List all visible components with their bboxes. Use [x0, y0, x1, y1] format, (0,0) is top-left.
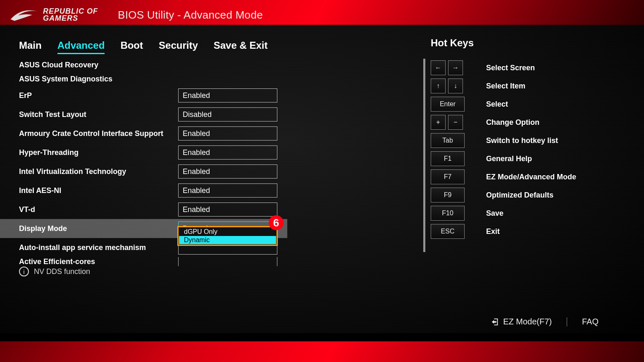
hotkey-row: EnterSelect	[431, 95, 617, 113]
hotkey-label: Exit	[486, 227, 500, 236]
setting-row[interactable]: Intel AES-NIEnabled	[19, 181, 426, 200]
setting-label: Active Efficient-cores	[19, 257, 178, 266]
info-icon: i	[19, 267, 29, 276]
setting-value[interactable]: Enabled	[178, 126, 277, 141]
key-cap: Enter	[431, 97, 465, 112]
hotkey-row: F10Save	[431, 204, 617, 222]
hotkey-row: TabSwitch to hotkey list	[431, 131, 617, 150]
app-title: BIOS Utility - Advanced Mode	[118, 9, 263, 21]
key-cap: F10	[431, 206, 465, 221]
key-cap: ↓	[448, 79, 463, 93]
rog-eye-icon	[9, 6, 39, 24]
setting-value[interactable]: Enabled	[178, 202, 277, 217]
hotkey-row: ↑↓Select Item	[431, 77, 617, 95]
key-cap: F7	[431, 169, 465, 184]
key-cap: ESC	[431, 224, 465, 239]
annotation-badge-6: 6	[269, 215, 284, 230]
settings-panel: ASUS Cloud RecoveryASUS System Diagnosti…	[0, 58, 426, 254]
dropdown-option[interactable]: dGPU Only	[179, 228, 276, 236]
brand-line2: GAMERS	[43, 15, 98, 22]
hotkeys-title: Hot Keys	[431, 37, 617, 49]
hotkey-row: F7EZ Mode/Advanced Mode	[431, 168, 617, 186]
rog-logo: REPUBLIC OF GAMERS	[9, 6, 98, 24]
setting-row[interactable]: VT-dEnabled	[19, 200, 426, 219]
key-cap: +	[431, 115, 446, 130]
setting-label: Intel AES-NI	[19, 186, 178, 195]
bottom-bar: EZ Mode(F7) FAQ	[491, 317, 599, 326]
hotkey-label: EZ Mode/Advanced Mode	[486, 173, 576, 181]
key-cap: F1	[431, 151, 465, 166]
tab-main[interactable]: Main	[19, 40, 42, 54]
tab-security[interactable]: Security	[159, 40, 198, 54]
setting-label: Display Mode	[19, 224, 178, 233]
tab-bar: MainAdvancedBootSecuritySave & Exit	[19, 40, 267, 54]
setting-label: Intel Virtualization Technology	[19, 167, 178, 176]
key-cap: ↑	[431, 79, 446, 93]
hotkey-label: Select Item	[486, 82, 525, 90]
key-cap: →	[448, 60, 463, 75]
setting-label: Hyper-Threading	[19, 148, 178, 157]
faq-link[interactable]: FAQ	[582, 317, 599, 326]
hotkey-label: Save	[486, 209, 503, 218]
footnote-text: NV DDS function	[34, 267, 90, 276]
divider	[567, 317, 567, 326]
setting-value[interactable]: Enabled	[178, 88, 277, 102]
hotkey-label: General Help	[486, 155, 532, 163]
link-row[interactable]: ASUS System Diagnostics	[19, 72, 426, 86]
setting-row[interactable]: Armoury Crate Control Interface SupportE…	[19, 124, 426, 143]
hotkeys-sidebar: Hot Keys ←→Select Screen↑↓Select ItemEnt…	[431, 37, 617, 241]
display-mode-dropdown[interactable]: dGPU OnlyDynamic	[177, 226, 278, 246]
hotkey-row: +−Change Option	[431, 113, 617, 131]
setting-row[interactable]: Hyper-ThreadingEnabled	[19, 143, 426, 162]
key-cap: ←	[431, 60, 446, 75]
hotkey-label: Change Option	[486, 118, 539, 127]
help-footnote: i NV DDS function	[19, 267, 90, 276]
scrollbar[interactable]	[423, 59, 425, 252]
setting-label: Armoury Crate Control Interface Support	[19, 129, 178, 138]
setting-label: VT-d	[19, 205, 178, 214]
setting-value[interactable]: Enabled	[178, 164, 277, 179]
setting-row[interactable]: Intel Virtualization TechnologyEnabled	[19, 162, 426, 181]
tab-save-exit[interactable]: Save & Exit	[214, 40, 268, 54]
tab-advanced[interactable]: Advanced	[57, 40, 105, 54]
hotkey-row: F9Optimized Defaults	[431, 186, 617, 204]
hotkey-label: Select Screen	[486, 64, 535, 72]
setting-label: Auto-install app service mechanism	[19, 243, 178, 252]
link-row[interactable]: ASUS Cloud Recovery	[19, 58, 426, 72]
ez-mode-button[interactable]: EZ Mode(F7)	[491, 317, 552, 326]
key-cap: Tab	[431, 133, 465, 148]
tab-boot[interactable]: Boot	[120, 40, 143, 54]
setting-value[interactable]: Disabled	[178, 107, 277, 121]
hotkey-row: F1General Help	[431, 150, 617, 168]
hotkey-label: Optimized Defaults	[486, 191, 553, 200]
setting-row[interactable]: ErPEnabled	[19, 86, 426, 105]
exit-icon	[491, 317, 500, 326]
setting-label: Switch Test Layout	[19, 110, 178, 119]
setting-row[interactable]: Active Efficient-cores	[19, 257, 426, 266]
key-cap: F9	[431, 188, 465, 202]
setting-row[interactable]: Switch Test LayoutDisabled	[19, 105, 426, 124]
hotkey-label: Switch to hotkey list	[486, 136, 558, 145]
key-cap: −	[448, 115, 463, 130]
setting-value[interactable]: Enabled	[178, 145, 277, 160]
header: REPUBLIC OF GAMERS BIOS Utility - Advanc…	[9, 6, 263, 24]
hotkey-label: Select	[486, 100, 508, 109]
hotkey-row: ESCExit	[431, 222, 617, 241]
setting-label: ErP	[19, 91, 178, 100]
setting-value[interactable]: Enabled	[178, 183, 277, 198]
hotkey-row: ←→Select Screen	[431, 59, 617, 77]
setting-value[interactable]	[178, 257, 277, 266]
dropdown-option[interactable]: Dynamic	[179, 236, 276, 244]
